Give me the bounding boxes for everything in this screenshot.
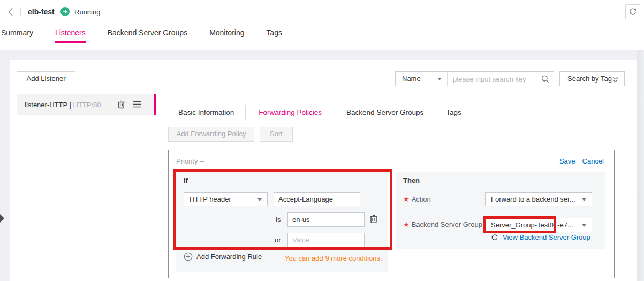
refresh-groups-icon[interactable] xyxy=(491,234,498,241)
listener-list: listener-HTTP | HTTP/80 xyxy=(17,94,156,281)
detail-tab-basic-information[interactable]: Basic Information xyxy=(167,105,245,120)
plus-circle-icon xyxy=(184,252,193,261)
then-title: Then xyxy=(403,176,420,184)
back-chevron-icon xyxy=(5,6,17,17)
tab-backend-server-groups[interactable]: Backend Server Groups xyxy=(108,24,187,43)
panel-expand-arrow-icon[interactable] xyxy=(0,214,4,223)
search-by-tag-button[interactable]: Search by Tag xyxy=(559,71,625,86)
required-asterisk: ★ xyxy=(403,195,410,203)
tab-tags[interactable]: Tags xyxy=(267,24,283,43)
value2-input[interactable] xyxy=(288,233,364,247)
match-type-value: HTTP header xyxy=(190,195,231,203)
search-by-tag-label: Search by Tag xyxy=(567,75,612,83)
back-button[interactable] xyxy=(5,6,17,17)
listener-protocol: HTTP/80 xyxy=(73,101,101,109)
listener-detail-container: listener-HTTP | HTTP/80 xyxy=(17,94,624,281)
search-field-value: Name xyxy=(402,75,421,83)
listener-list-item-selected[interactable]: listener-HTTP | HTTP/80 xyxy=(17,94,156,115)
detail-tab-backend-server-groups[interactable]: Backend Server Groups xyxy=(335,105,435,120)
policy-editor: Priority -- Save Cancel If HTTP header xyxy=(168,150,615,278)
detail-tab-forwarding-policies[interactable]: Forwarding Policies xyxy=(245,105,335,120)
action-label: ★Action xyxy=(403,195,431,203)
vertical-scrollbar[interactable] xyxy=(637,50,644,281)
priority-label: Priority -- xyxy=(176,157,204,165)
add-forwarding-rule-label: Add Forwarding Rule xyxy=(196,253,262,261)
view-backend-server-group-link[interactable]: View Backend Server Group xyxy=(503,233,590,241)
status-badge: Running xyxy=(74,8,100,16)
listener-name: listener-HTTP | HTTP/80 xyxy=(25,101,101,109)
page-refresh-button[interactable] xyxy=(625,4,640,19)
detail-tab-tags[interactable]: Tags xyxy=(435,105,473,120)
value1-field xyxy=(287,212,365,227)
tab-summary[interactable]: Summary xyxy=(1,24,33,43)
search-field-select[interactable]: Name xyxy=(396,72,448,86)
backend-server-group-label: ★Backend Server Group xyxy=(403,220,482,228)
if-section: If HTTP header is xyxy=(176,172,388,272)
double-chevron-down-icon xyxy=(611,76,619,84)
load-balancer-name: elb-test xyxy=(28,8,55,16)
chevron-down-icon xyxy=(582,224,586,227)
required-asterisk: ★ xyxy=(403,220,410,228)
backend-server-group-value: Server_Group-Test01-e7... xyxy=(491,221,573,229)
value2-field xyxy=(287,233,365,247)
delete-rule-icon[interactable] xyxy=(369,214,378,224)
header-key-input[interactable] xyxy=(274,193,360,206)
detail-tabbar: Basic Information Forwarding Policies Ba… xyxy=(167,105,614,120)
chevron-down-icon xyxy=(437,78,442,80)
listener-menu-icon[interactable] xyxy=(132,100,142,108)
action-value: Forward to a backend ser... xyxy=(491,195,575,203)
chevron-down-icon xyxy=(257,198,262,201)
refresh-icon xyxy=(628,8,637,16)
if-title: If xyxy=(184,176,188,184)
tab-monitoring[interactable]: Monitoring xyxy=(209,24,244,43)
status-running-icon xyxy=(60,7,70,16)
backend-server-group-select[interactable]: Server_Group-Test01-e7... xyxy=(485,218,592,232)
search-input[interactable] xyxy=(448,72,554,86)
search-icon[interactable] xyxy=(541,75,550,84)
tab-listeners[interactable]: Listeners xyxy=(55,24,86,43)
elb-listener-page: elb-test Running Summary Listeners Backe… xyxy=(0,0,644,281)
chevron-down-icon xyxy=(582,198,586,201)
main-tabbar: Summary Listeners Backend Server Groups … xyxy=(0,24,644,43)
conditions-remaining-hint: You can add 9 more conditions. xyxy=(285,254,382,262)
sort-button[interactable]: Sort xyxy=(260,127,293,142)
listeners-card: Add Listener Name Search by Tag xyxy=(10,60,637,281)
add-listener-button[interactable]: Add Listener xyxy=(17,71,75,86)
is-label: is xyxy=(276,216,281,224)
match-type-select[interactable]: HTTP header xyxy=(184,192,268,206)
or-label: or xyxy=(275,236,281,244)
then-section: Then ★Action Forward to a backend ser...… xyxy=(396,172,605,249)
header-divider xyxy=(20,8,21,16)
selected-indicator xyxy=(154,94,156,115)
cancel-button[interactable]: Cancel xyxy=(582,157,604,165)
value1-input[interactable] xyxy=(288,213,364,226)
add-forwarding-rule-button[interactable]: Add Forwarding Rule xyxy=(184,252,262,261)
add-forwarding-policy-button[interactable]: Add Forwarding Policy xyxy=(168,127,254,142)
listener-detail: Basic Information Forwarding Policies Ba… xyxy=(156,94,625,281)
header-key-field xyxy=(274,192,360,206)
delete-listener-icon[interactable] xyxy=(117,100,126,109)
header-bar: elb-test Running xyxy=(0,0,644,24)
action-select[interactable]: Forward to a backend ser... xyxy=(485,192,592,206)
save-button[interactable]: Save xyxy=(559,157,575,165)
search-control: Name xyxy=(395,71,554,86)
